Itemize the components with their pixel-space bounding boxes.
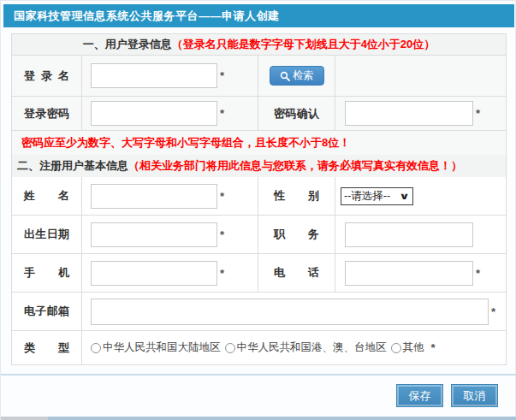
phone-required-mark: * — [476, 267, 480, 280]
duty-label: 职务 — [274, 227, 319, 242]
birth-field-cell: * — [81, 216, 258, 253]
email-label-cell: 电子邮箱 — [12, 293, 81, 330]
confirm-password-label-cell: 密码确认 — [258, 97, 335, 130]
radio-icon[interactable] — [225, 343, 235, 353]
horizontal-scrollbar-corner[interactable] — [1, 417, 48, 420]
login-name-field-cell: * — [81, 56, 258, 96]
email-label: 电子邮箱 — [24, 304, 69, 319]
login-name-row: 登录名 * 检索 — [12, 55, 506, 96]
duty-field-cell — [335, 216, 506, 253]
gender-label: 性别 — [274, 188, 319, 204]
type-required-mark: * — [431, 341, 436, 354]
type-label: 类型 — [24, 340, 69, 356]
cancel-button[interactable]: 取消 — [451, 384, 498, 407]
type-option-hmt[interactable]: 中华人民共和国港、澳、台地区 — [225, 340, 387, 355]
birth-duty-row: 出生日期 * 职务 — [12, 215, 506, 253]
section-login-header-row: 一、用户登录信息（登录名只能是数字字母下划线且大于4位小于20位） — [12, 34, 506, 55]
name-gender-row: 姓名 * 性别 --请选择-- ∨ — [12, 176, 506, 215]
save-button[interactable]: 保存 — [396, 384, 443, 407]
gender-label-cell: 性别 — [258, 177, 335, 215]
phone-input[interactable] — [345, 261, 473, 286]
login-password-required-mark: * — [220, 107, 224, 120]
type-option-other-label: 其他 — [403, 340, 424, 355]
type-option-mainland-label: 中华人民共和国大陆地区 — [103, 340, 221, 355]
page-title: 国家科技管理信息系统公共服务平台——申请人创建 — [14, 9, 280, 22]
login-password-label: 登录密码 — [24, 106, 69, 121]
duty-label-cell: 职务 — [258, 216, 335, 253]
chevron-down-icon: ∨ — [399, 191, 410, 202]
type-row: 类型 中华人民共和国大陆地区 中华人民共和国港、澳、台地区 其他 — [12, 330, 506, 364]
birth-date-label: 出生日期 — [24, 227, 69, 242]
type-option-mainland[interactable]: 中华人民共和国大陆地区 — [91, 340, 221, 355]
password-notice-row: 密码应至少为数字、大写字母和小写字母组合，且长度不小于8位！ — [12, 130, 506, 154]
confirm-password-input[interactable] — [345, 101, 473, 126]
window-title-bar: 国家科技管理信息系统公共服务平台——申请人创建 — [3, 4, 514, 27]
email-field-cell: * — [81, 293, 506, 330]
section-login-note: （登录名只能是数字字母下划线且大于4位小于20位） — [172, 38, 436, 50]
search-button-label: 检索 — [294, 68, 314, 83]
section-login-heading: 一、用户登录信息（登录名只能是数字字母下划线且大于4位小于20位） — [12, 34, 506, 55]
gender-select[interactable]: --请选择-- ∨ — [341, 187, 413, 205]
birth-date-input[interactable] — [91, 222, 217, 247]
birth-label-cell: 出生日期 — [12, 216, 81, 253]
password-notice: 密码应至少为数字、大写字母和小写字母组合，且长度不小于8位！ — [12, 131, 506, 155]
login-name-label: 登录名 — [24, 68, 69, 84]
search-icon — [280, 71, 290, 81]
type-label-cell: 类型 — [12, 331, 81, 364]
footer-actions: 保存 取消 — [396, 384, 498, 407]
mobile-field-cell: * — [81, 254, 258, 292]
page-background: 国家科技管理信息系统公共服务平台——申请人创建 一、用户登录信息（登录名只能是数… — [0, 0, 516, 420]
phone-field-cell: * — [335, 254, 506, 292]
mobile-label-cell: 手机 — [12, 254, 81, 292]
phone-label-cell: 电话 — [258, 254, 335, 292]
name-label: 姓名 — [24, 188, 69, 204]
login-password-input[interactable] — [91, 101, 217, 126]
gender-select-value: --请选择-- — [344, 189, 390, 204]
mobile-input[interactable] — [91, 261, 217, 286]
section-basic-heading: 二、注册用户基本信息（相关业务部门将用此信息与您联系，请务必填写真实有效信息！） — [12, 155, 506, 177]
duty-input[interactable] — [345, 222, 473, 247]
type-options-cell: 中华人民共和国大陆地区 中华人民共和国港、澳、台地区 其他 * — [81, 331, 506, 364]
type-option-hmt-label: 中华人民共和国港、澳、台地区 — [237, 340, 387, 355]
section-basic-note: （相关业务部门将用此信息与您联系，请务必填写真实有效信息！） — [128, 159, 462, 172]
name-label-cell: 姓名 — [12, 177, 81, 215]
name-required-mark: * — [220, 190, 224, 203]
confirm-password-field-cell: * — [335, 97, 506, 130]
name-input[interactable] — [91, 184, 217, 209]
search-button-cell: 检索 — [258, 56, 335, 96]
confirm-password-required-mark: * — [476, 107, 480, 120]
mobile-required-mark: * — [220, 267, 224, 280]
section-basic-title: 二、注册用户基本信息 — [17, 159, 128, 172]
search-button[interactable]: 检索 — [270, 66, 324, 86]
email-row: 电子邮箱 * — [12, 292, 506, 330]
login-password-field-cell: * — [81, 97, 258, 130]
section-basic-header-row: 二、注册用户基本信息（相关业务部门将用此信息与您联系，请务必填写真实有效信息！） — [12, 154, 506, 176]
email-required-mark: * — [491, 305, 495, 318]
email-input[interactable] — [91, 299, 489, 325]
registration-form: 一、用户登录信息（登录名只能是数字字母下划线且大于4位小于20位） 登录名 * — [11, 33, 507, 365]
birth-required-mark: * — [220, 228, 224, 241]
login-name-empty-cell — [335, 56, 506, 96]
phone-label: 电话 — [274, 265, 319, 281]
login-password-label-cell: 登录密码 — [12, 97, 81, 130]
login-name-label-cell: 登录名 — [12, 56, 81, 96]
password-row: 登录密码 * 密码确认 * — [12, 96, 506, 130]
radio-icon[interactable] — [391, 343, 401, 353]
type-radio-group: 中华人民共和国大陆地区 中华人民共和国港、澳、台地区 其他 * — [91, 340, 436, 355]
type-option-other[interactable]: 其他 — [391, 340, 424, 355]
login-name-required-mark: * — [220, 69, 224, 82]
confirm-password-label: 密码确认 — [274, 106, 319, 121]
section-login-title: 一、用户登录信息 — [83, 38, 172, 50]
horizontal-scrollbar-thumb[interactable] — [48, 417, 516, 420]
radio-icon[interactable] — [91, 343, 101, 353]
mobile-label: 手机 — [24, 265, 69, 281]
gender-field-cell: --请选择-- ∨ — [335, 177, 506, 215]
login-name-input[interactable] — [91, 63, 217, 88]
footer-divider — [1, 374, 516, 376]
mobile-phone-row: 手机 * 电话 * — [12, 253, 506, 292]
name-field-cell: * — [81, 177, 258, 215]
